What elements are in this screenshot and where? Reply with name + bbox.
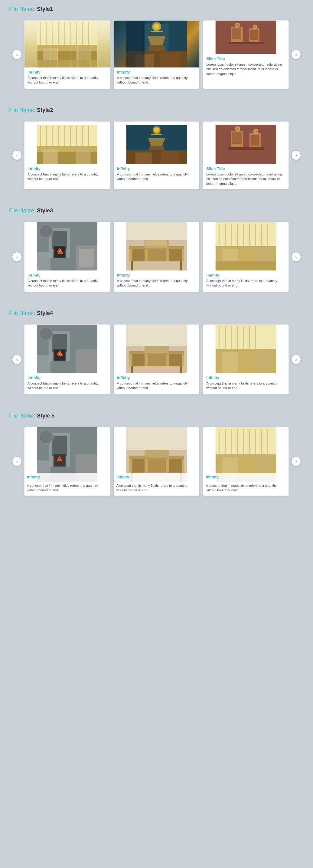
section-name-style5: Style 5 (37, 413, 55, 419)
svg-rect-179 (249, 429, 250, 455)
card-image-2-style1 (114, 21, 199, 67)
svg-rect-11 (37, 45, 97, 67)
card-text-3-style5: A concept that in many fields refers to … (206, 484, 286, 493)
svg-rect-29 (216, 21, 276, 54)
svg-rect-47 (76, 126, 77, 146)
svg-rect-110 (261, 224, 262, 246)
svg-rect-146 (249, 326, 250, 349)
svg-rect-9 (82, 22, 83, 45)
card-body-1-style5: A concept that in many fields refers to … (25, 482, 110, 496)
svg-rect-108 (249, 224, 250, 246)
svg-rect-6 (64, 22, 65, 45)
svg-rect-38 (228, 42, 264, 44)
svg-rect-93 (148, 249, 166, 261)
card-1-style1: Infinity A concept that in many fields r… (24, 20, 110, 89)
svg-rect-135 (180, 366, 182, 373)
svg-rect-115 (216, 261, 276, 271)
card-1-style3: Infinity A concept that in many fields r… (24, 222, 110, 292)
svg-rect-141 (219, 326, 220, 349)
svg-rect-46 (70, 126, 71, 146)
card-text-3-style4: A concept that in many fields refers to … (206, 381, 285, 391)
card-image-2-style4 (114, 324, 199, 373)
svg-rect-95 (131, 261, 133, 271)
card-1-style2: Infinity A concept that in many fields r… (24, 121, 110, 189)
card-3-style2: Slide Title Lorem ipsum dolor sit amet, … (203, 121, 289, 189)
svg-rect-10 (88, 22, 89, 45)
card-title-3-style5: Infinity (206, 475, 286, 479)
prev-btn-style5[interactable]: ‹ (12, 457, 22, 466)
svg-marker-22 (148, 36, 166, 45)
svg-rect-43 (52, 126, 53, 146)
next-btn-style3[interactable]: › (291, 252, 301, 262)
svg-rect-13 (43, 48, 58, 67)
cards-style5: Infinity A concept that in many fields r… (24, 427, 289, 496)
section-title-style3: File Name: Style3 (9, 208, 304, 214)
svg-rect-48 (82, 126, 83, 146)
card-title-1-style2: Infinity (28, 166, 107, 171)
section-title-style4: File Name: Style4 (9, 310, 304, 316)
section-name-style2: Style2 (37, 107, 53, 113)
card-text-1-style1: A concept that in many fields refers to … (28, 75, 107, 85)
svg-point-87 (40, 225, 52, 237)
svg-rect-71 (251, 135, 259, 146)
next-btn-style1[interactable]: › (291, 50, 301, 59)
card-image-3-style3 (203, 222, 288, 271)
card-image-2-style3 (114, 222, 199, 271)
svg-rect-132 (148, 354, 166, 366)
card-title-2-style5: Infinity (117, 475, 197, 479)
svg-rect-85 (79, 249, 94, 268)
card-image-1-style3 (25, 222, 110, 271)
svg-rect-104 (225, 224, 226, 246)
next-btn-style2[interactable]: › (291, 150, 301, 160)
card-body-1-style2: Infinity A concept that in many fields r… (28, 164, 107, 182)
svg-rect-178 (243, 429, 244, 455)
card-text-2-style3: A concept that in many fields refers to … (117, 279, 196, 288)
card-body-3-style1: Slide Title Lorem ipsum dolor sit amet, … (203, 54, 288, 80)
card-text-2-style2: A concept that in many fields refers to … (117, 172, 196, 182)
svg-rect-105 (231, 224, 232, 246)
svg-rect-41 (40, 126, 41, 146)
next-btn-style5[interactable]: › (291, 457, 301, 466)
svg-point-69 (236, 127, 239, 130)
card-title-1-style3: Infinity (28, 273, 107, 277)
carousel-style1: ‹ (9, 17, 304, 92)
svg-rect-153 (52, 436, 67, 456)
svg-rect-150 (255, 350, 272, 373)
svg-rect-31 (232, 28, 241, 39)
next-btn-style4[interactable]: › (291, 354, 301, 364)
svg-rect-138 (126, 324, 187, 346)
card-2-style4: Infinity A concept that in many fields r… (114, 324, 199, 395)
card-text-2-style1: A concept that in many fields refers to … (117, 75, 196, 85)
cards-style4: Infinity A concept that in many fields r… (24, 324, 289, 395)
svg-rect-181 (261, 429, 262, 455)
section-label-style2: File Name: (9, 107, 35, 113)
card-text-3-style3: A concept that in many fields refers to … (206, 279, 285, 288)
svg-rect-45 (64, 126, 65, 146)
svg-rect-176 (231, 429, 232, 455)
section-name-style4: Style4 (37, 310, 53, 316)
prev-btn-style2[interactable]: ‹ (12, 150, 22, 160)
section-label-style5: File Name: (9, 413, 35, 419)
card-body-3-style5: A concept that in many fields refers to … (203, 482, 288, 496)
card-3-style4: Infinity A concept that in many fields r… (203, 324, 289, 395)
card-title-2-style2: Infinity (117, 166, 196, 171)
card-2-style3: Infinity A concept that in many fields r… (114, 222, 199, 292)
svg-point-126 (40, 328, 52, 340)
section-style1: File Name: Style1 ‹ (0, 0, 313, 101)
card-text-2-style4: A concept that in many fields refers to … (117, 381, 196, 391)
prev-btn-style1[interactable]: ‹ (12, 50, 22, 59)
card-title-1-style4: Infinity (28, 375, 107, 380)
svg-rect-147 (255, 326, 256, 349)
svg-rect-49 (88, 126, 89, 146)
svg-rect-106 (237, 224, 238, 246)
svg-rect-0 (37, 21, 97, 67)
card-title-3-style4: Infinity (206, 375, 285, 380)
card-image-3-style1 (203, 21, 288, 54)
svg-rect-124 (76, 349, 97, 373)
section-label-style3: File Name: (9, 208, 35, 214)
prev-btn-style4[interactable]: ‹ (12, 354, 22, 364)
svg-rect-180 (255, 429, 256, 455)
svg-rect-149 (222, 352, 238, 373)
prev-btn-style3[interactable]: ‹ (12, 252, 22, 262)
svg-rect-3 (46, 22, 47, 45)
